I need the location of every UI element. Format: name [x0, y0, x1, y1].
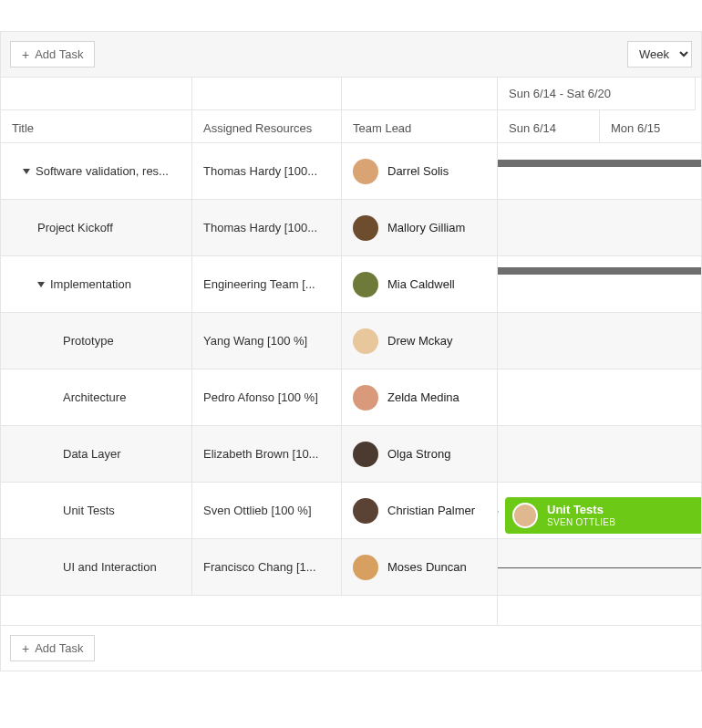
assigned-text: Yang Wang [100 %] — [203, 334, 307, 348]
assigned-cell[interactable]: Thomas Hardy [100... — [192, 143, 342, 199]
title-cell[interactable]: Data Layer — [1, 426, 192, 482]
assigned-cell[interactable]: Engineering Team [... — [192, 256, 342, 312]
task-bar[interactable]: Unit TestsSVEN OTTLIEB — [505, 497, 701, 534]
assigned-text: Francisco Chang [1... — [203, 560, 316, 574]
avatar — [353, 498, 378, 524]
view-select[interactable]: Week — [627, 41, 692, 68]
assigned-text: Elizabeth Brown [10... — [203, 447, 318, 461]
title-cell[interactable]: Project Kickoff — [1, 200, 192, 255]
assigned-text: Pedro Afonso [100 %] — [203, 390, 318, 404]
timeline-row[interactable] — [498, 426, 701, 483]
lead-name: Moses Duncan — [387, 560, 467, 574]
avatar — [353, 385, 378, 411]
avatar — [512, 503, 538, 528]
task-title: Implementation — [50, 277, 131, 291]
left-panel: Title Assigned Resources Team Lead Softw… — [1, 78, 497, 625]
avatar — [353, 328, 378, 354]
lead-cell[interactable]: Moses Duncan — [342, 539, 497, 595]
plus-icon: + — [22, 48, 29, 61]
table-row[interactable]: Project KickoffThomas Hardy [100...Mallo… — [1, 200, 497, 256]
title-cell[interactable]: Architecture — [1, 369, 192, 425]
col-header-title[interactable]: Title — [1, 110, 191, 142]
title-cell[interactable]: Prototype — [1, 313, 192, 369]
timeline-day: Mon 6/15 — [600, 110, 701, 142]
add-task-button-bottom[interactable]: + Add Task — [10, 635, 95, 661]
assigned-cell[interactable]: Elizabeth Brown [10... — [192, 426, 342, 482]
task-title: Unit Tests — [63, 504, 115, 517]
col-header-lead[interactable]: Team Lead — [342, 110, 497, 142]
plus-icon: + — [22, 642, 29, 655]
assigned-text: Sven Ottlieb [100 %] — [203, 504, 312, 517]
lead-cell[interactable]: Zelda Medina — [342, 369, 497, 425]
title-cell[interactable]: UI and Interaction — [1, 539, 192, 595]
lead-name: Darrel Solis — [387, 164, 449, 178]
title-cell[interactable]: Software validation, res... — [1, 143, 192, 199]
assigned-cell[interactable]: Pedro Afonso [100 %] — [192, 369, 342, 425]
timeline-day-headers: Sun 6/14Mon 6/15 — [498, 110, 701, 143]
task-bar-subtitle: SVEN OTTLIEB — [547, 517, 615, 527]
milestone-tick — [497, 337, 498, 346]
summary-bar[interactable] — [498, 160, 701, 167]
add-task-button[interactable]: + Add Task — [10, 41, 95, 68]
task-title: Data Layer — [63, 447, 121, 461]
timeline-range: Sun 6/14 - Sat 6/20 — [498, 78, 696, 110]
assigned-cell[interactable]: Sven Ottlieb [100 %] — [192, 483, 342, 538]
lead-cell[interactable]: Olga Strong — [342, 426, 497, 482]
table-row[interactable]: Unit TestsSven Ottlieb [100 %]Christian … — [1, 483, 497, 539]
table-row[interactable]: PrototypeYang Wang [100 %]Drew Mckay — [1, 313, 497, 369]
assigned-text: Engineering Team [... — [203, 277, 315, 291]
lead-cell[interactable]: Mia Caldwell — [342, 256, 497, 312]
gantt-grid: Title Assigned Resources Team Lead Softw… — [0, 78, 702, 626]
lead-cell[interactable]: Drew Mckay — [342, 313, 497, 369]
lead-name: Olga Strong — [387, 447, 450, 461]
assigned-cell[interactable]: Francisco Chang [1... — [192, 539, 342, 595]
lead-cell[interactable]: Christian Palmer — [342, 483, 497, 538]
assigned-text: Thomas Hardy [100... — [203, 221, 317, 234]
avatar — [353, 272, 378, 297]
timeline-rows: Unit TestsSVEN OTTLIEB — [498, 143, 701, 596]
avatar — [353, 159, 378, 184]
top-toolbar: + Add Task Week — [0, 31, 702, 78]
avatar — [353, 555, 378, 580]
dependency-arrow-icon — [497, 507, 499, 516]
timeline-row[interactable]: Unit TestsSVEN OTTLIEB — [498, 483, 701, 539]
table-row[interactable]: ImplementationEngineering Team [...Mia C… — [1, 256, 497, 313]
assigned-cell[interactable]: Thomas Hardy [100... — [192, 200, 342, 255]
expand-icon[interactable] — [23, 169, 30, 174]
task-bar-title: Unit Tests — [547, 504, 615, 516]
table-row[interactable]: Software validation, res...Thomas Hardy … — [1, 143, 497, 200]
expand-icon[interactable] — [37, 282, 45, 287]
table-row[interactable]: UI and InteractionFrancisco Chang [1...M… — [1, 539, 497, 596]
lead-name: Zelda Medina — [387, 390, 459, 404]
assigned-text: Thomas Hardy [100... — [203, 164, 317, 178]
dependency-line — [497, 567, 701, 568]
assigned-cell[interactable]: Yang Wang [100 %] — [192, 313, 342, 369]
title-cell[interactable]: Unit Tests — [1, 483, 192, 538]
timeline-row[interactable] — [498, 369, 701, 426]
timeline-row[interactable] — [498, 256, 701, 313]
task-title: UI and Interaction — [63, 560, 157, 574]
timeline-row[interactable] — [498, 313, 701, 369]
lead-cell[interactable]: Mallory Gilliam — [342, 200, 497, 255]
timeline-row[interactable] — [498, 200, 701, 256]
add-task-label: Add Task — [35, 47, 83, 61]
col-header-assigned[interactable]: Assigned Resources — [192, 110, 341, 142]
timeline-row[interactable] — [498, 539, 701, 596]
task-title: Architecture — [63, 390, 126, 404]
summary-bar[interactable] — [498, 267, 701, 275]
left-rows: Software validation, res...Thomas Hardy … — [1, 143, 497, 596]
table-row[interactable]: ArchitecturePedro Afonso [100 %]Zelda Me… — [1, 369, 497, 426]
bottom-toolbar: + Add Task — [0, 626, 702, 671]
task-title: Software validation, res... — [36, 164, 169, 178]
task-title: Project Kickoff — [37, 221, 113, 234]
lead-cell[interactable]: Darrel Solis — [342, 143, 497, 199]
title-cell[interactable]: Implementation — [1, 256, 192, 312]
lead-name: Drew Mckay — [387, 334, 453, 348]
table-row[interactable]: Data LayerElizabeth Brown [10...Olga Str… — [1, 426, 497, 483]
task-title: Prototype — [63, 334, 114, 348]
lead-name: Christian Palmer — [387, 504, 475, 517]
timeline-day: Sun 6/14 — [498, 110, 600, 142]
timeline-row[interactable] — [498, 143, 701, 200]
avatar — [353, 442, 378, 467]
lead-name: Mia Caldwell — [387, 277, 455, 291]
